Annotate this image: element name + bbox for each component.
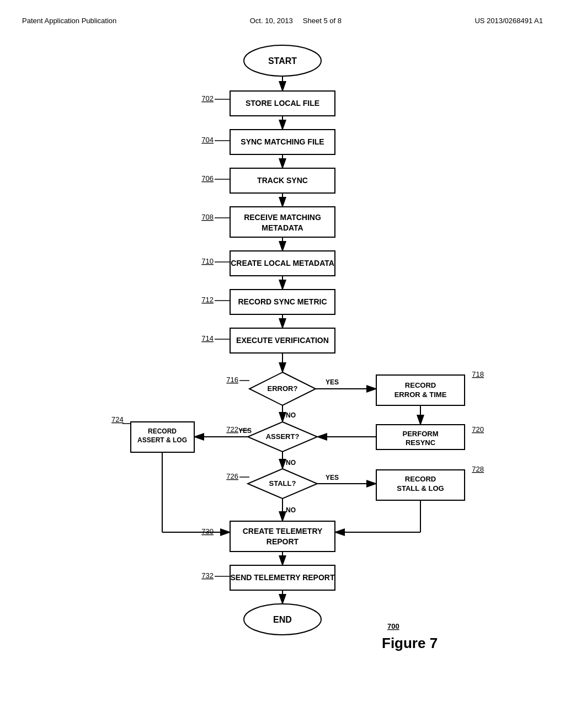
page-header: Patent Application Publication Oct. 10, … — [11, 11, 554, 25]
svg-text:ERROR & TIME: ERROR & TIME — [395, 390, 447, 399]
svg-text:702: 702 — [201, 94, 214, 103]
svg-text:NO: NO — [286, 459, 296, 467]
svg-text:Figure 7: Figure 7 — [382, 635, 438, 651]
svg-text:730: 730 — [201, 527, 214, 536]
svg-text:704: 704 — [201, 136, 214, 144]
header-date: Oct. 10, 2013 — [250, 17, 293, 25]
svg-text:CREATE TELEMETRY: CREATE TELEMETRY — [243, 527, 323, 536]
svg-text:ASSERT?: ASSERT? — [266, 432, 300, 441]
svg-text:YES: YES — [326, 474, 339, 481]
svg-text:YES: YES — [238, 427, 252, 435]
svg-text:SEND TELEMETRY REPORT: SEND TELEMETRY REPORT — [230, 573, 334, 582]
svg-text:TRACK SYNC: TRACK SYNC — [257, 176, 308, 185]
svg-text:710: 710 — [201, 257, 214, 265]
svg-text:RECEIVE MATCHING: RECEIVE MATCHING — [244, 213, 321, 222]
svg-text:706: 706 — [201, 174, 214, 183]
svg-text:712: 712 — [201, 296, 214, 304]
svg-rect-21 — [230, 207, 335, 237]
svg-text:METADATA: METADATA — [262, 223, 303, 232]
svg-text:PERFORM: PERFORM — [403, 430, 439, 438]
svg-text:STALL & LOG: STALL & LOG — [397, 484, 444, 493]
svg-text:ERROR?: ERROR? — [268, 384, 298, 393]
svg-text:724: 724 — [111, 415, 124, 424]
svg-text:YES: YES — [326, 378, 339, 386]
flowchart: START 702 STORE LOCAL FILE 704 SYNC MATC… — [67, 36, 498, 698]
svg-text:RECORD: RECORD — [405, 475, 436, 483]
svg-text:STORE LOCAL FILE: STORE LOCAL FILE — [246, 99, 319, 108]
svg-rect-89 — [230, 521, 335, 552]
svg-text:RECORD SYNC METRIC: RECORD SYNC METRIC — [238, 297, 327, 306]
svg-text:718: 718 — [472, 370, 484, 378]
svg-text:END: END — [273, 615, 292, 624]
svg-text:RECORD: RECORD — [148, 427, 177, 435]
svg-text:700: 700 — [387, 622, 399, 630]
svg-text:NO: NO — [286, 506, 296, 514]
header-right: US 2013/0268491 A1 — [475, 17, 543, 25]
svg-text:716: 716 — [226, 376, 238, 384]
svg-text:726: 726 — [226, 472, 238, 480]
svg-text:708: 708 — [201, 213, 214, 221]
svg-text:728: 728 — [472, 465, 484, 473]
svg-text:STALL?: STALL? — [269, 479, 296, 488]
svg-text:CREATE LOCAL METADATA: CREATE LOCAL METADATA — [231, 259, 334, 267]
svg-text:714: 714 — [201, 334, 214, 342]
svg-text:720: 720 — [472, 425, 484, 433]
svg-text:EXECUTE VERIFICATION: EXECUTE VERIFICATION — [236, 336, 329, 345]
page: Patent Application Publication Oct. 10, … — [0, 0, 565, 728]
svg-text:ASSERT & LOG: ASSERT & LOG — [137, 436, 187, 444]
svg-text:START: START — [268, 56, 297, 66]
header-center: Oct. 10, 2013 Sheet 5 of 8 — [250, 17, 342, 25]
header-sheet: Sheet 5 of 8 — [303, 17, 342, 25]
svg-text:732: 732 — [201, 571, 214, 580]
svg-text:SYNC MATCHING FILE: SYNC MATCHING FILE — [241, 137, 324, 146]
svg-text:722: 722 — [226, 425, 238, 433]
svg-text:RECORD: RECORD — [405, 381, 436, 389]
svg-text:NO: NO — [286, 411, 296, 419]
header-left: Patent Application Publication — [22, 17, 116, 25]
svg-text:REPORT: REPORT — [266, 537, 299, 546]
svg-text:RESYNC: RESYNC — [406, 438, 436, 447]
